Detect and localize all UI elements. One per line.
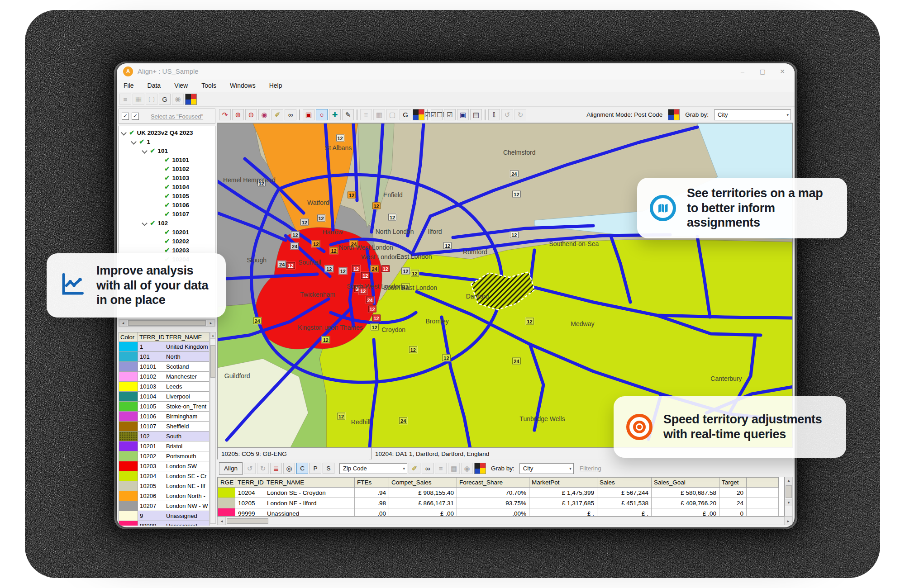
geocode-icon[interactable]: G [400, 109, 411, 120]
col-rge[interactable]: RGE [218, 478, 235, 488]
save-icon[interactable]: ▣ [457, 109, 469, 120]
grab-icon[interactable]: ✚ [329, 109, 341, 120]
legend-row[interactable]: 10103 Leeds [119, 382, 210, 392]
table-vertical-scrollbar[interactable]: ▴ ▾ [785, 477, 793, 517]
col-sales-goal[interactable]: Sales_Goal [652, 478, 719, 488]
chevron-down-icon[interactable] [121, 130, 127, 136]
legend-row[interactable]: 101 North [119, 352, 210, 362]
tree-item[interactable]: ✔ 10102 [119, 164, 215, 173]
close-button[interactable]: ✕ [778, 68, 786, 75]
legend-color-swatch[interactable] [119, 352, 138, 362]
prospects-button[interactable]: P [310, 463, 321, 474]
tree-view-icon[interactable]: ≡ [119, 94, 131, 105]
menu-item[interactable]: Windows [223, 80, 262, 92]
find-icon[interactable]: ∞ [422, 463, 433, 474]
select-as-focused-link[interactable]: Select as "Focused" [142, 113, 212, 120]
tree-view-icon[interactable]: ≡ [360, 109, 372, 120]
territory-colors-icon[interactable] [185, 94, 197, 105]
sales-button[interactable]: S [323, 463, 334, 474]
legend-color-swatch[interactable] [119, 392, 138, 402]
menu-item[interactable]: View [167, 80, 195, 92]
legend-color-swatch[interactable] [119, 432, 138, 441]
legend-color-swatch[interactable] [119, 511, 138, 521]
zip-code-select[interactable]: Zip Code ▾ [339, 463, 407, 474]
table-row[interactable]: 10205 London NE - Ilford .98 £ 866,147.3… [218, 498, 779, 508]
single-check-icon[interactable]: ☑ [444, 109, 456, 120]
report-view-icon[interactable]: ▦ [448, 463, 460, 474]
print-icon[interactable]: ▤ [470, 109, 482, 120]
minimize-button[interactable]: – [738, 68, 747, 75]
undo-icon[interactable]: ↺ [244, 463, 256, 474]
grab-by-select[interactable]: City ▾ [714, 109, 791, 120]
zoom-area-icon[interactable]: ◉ [258, 109, 270, 120]
maximize-button[interactable]: ▢ [758, 68, 767, 75]
col-compet-sales[interactable]: Compet_Sales [389, 478, 457, 488]
legend-row[interactable]: 10107 Sheffield [119, 422, 210, 432]
legend-row[interactable]: 10102 Manchester [119, 372, 210, 382]
chevron-down-icon[interactable] [142, 148, 148, 154]
select-children-checkbox[interactable]: ✓ [132, 113, 139, 120]
tree-item[interactable]: ✔ 10103 [119, 173, 215, 182]
scrollbar-thumb[interactable] [128, 320, 206, 326]
tree-item[interactable]: ✔ 1 [119, 137, 215, 146]
report-view-icon[interactable]: ▦ [373, 109, 385, 120]
zoom-out-icon[interactable]: ⊖ [245, 109, 257, 120]
legend-header-color[interactable]: Color [119, 332, 138, 342]
scroll-left-icon[interactable]: ◂ [119, 320, 127, 326]
legend-row[interactable]: 1 United Kingdom [119, 342, 210, 352]
query-list-icon[interactable]: ≣ [270, 463, 282, 474]
legend-header-terrid[interactable]: TERR_ID [138, 332, 164, 342]
legend-color-swatch[interactable] [119, 412, 138, 422]
report-view-icon[interactable]: ▦ [133, 94, 144, 105]
scrollbar-thumb[interactable] [210, 345, 215, 378]
globe-icon[interactable]: ◉ [461, 463, 473, 474]
legend-row[interactable]: 10104 Liverpool [119, 392, 210, 402]
legend-color-swatch[interactable] [119, 521, 138, 526]
legend-color-swatch[interactable] [119, 372, 138, 382]
scrollbar-thumb[interactable] [227, 518, 268, 524]
col-ftes[interactable]: FTEs [355, 478, 389, 488]
legend-row[interactable]: 10205 London NE - Ilf [119, 481, 210, 491]
legend-color-swatch[interactable] [119, 501, 138, 511]
menu-item[interactable]: File [117, 80, 141, 92]
col-forecast-share[interactable]: Forecast_Share [457, 478, 529, 488]
tree-item[interactable]: ✔ 102 [119, 218, 215, 228]
multi-check-icon[interactable]: ☑☑☐☐ [431, 109, 443, 120]
legend-row[interactable]: 102 South [119, 432, 210, 441]
redo-icon[interactable]: ↻ [257, 463, 269, 474]
territory-colors-icon[interactable] [474, 463, 486, 474]
col-target[interactable]: Target [719, 478, 747, 488]
marquee-select-icon[interactable]: ▣ [303, 109, 314, 120]
legend-color-swatch[interactable] [119, 491, 138, 501]
legend-row[interactable]: 10207 London NW - W [119, 501, 210, 511]
legend-color-swatch[interactable] [119, 342, 138, 352]
territory-colors-icon[interactable] [668, 109, 680, 120]
filtering-link[interactable]: Filtering [580, 465, 601, 472]
legend-color-swatch[interactable] [119, 362, 138, 372]
table-horizontal-scrollbar[interactable]: ◂ ▸ [217, 517, 793, 525]
legend-row[interactable]: 10201 Bristol [119, 441, 210, 451]
chevron-down-icon[interactable] [131, 139, 137, 145]
col-marketpot[interactable]: MarketPot [529, 478, 597, 488]
legend-row[interactable]: 10206 London North - [119, 491, 210, 501]
legend-color-swatch[interactable] [119, 471, 138, 481]
legend-row[interactable]: 99999 Unassigned [119, 521, 210, 526]
zoom-in-icon[interactable]: ⊕ [232, 109, 244, 120]
grab-by-select[interactable]: City ▾ [519, 463, 574, 474]
legend-color-swatch[interactable] [119, 402, 138, 412]
legend-color-swatch[interactable] [119, 481, 138, 491]
legend-vertical-scrollbar[interactable]: ▴ [210, 332, 216, 524]
legend-row[interactable]: 10101 Scotland [119, 362, 210, 372]
globe-icon[interactable]: ◉ [172, 94, 184, 105]
scroll-right-icon[interactable]: ▸ [207, 320, 215, 326]
scroll-up-icon[interactable]: ▴ [785, 477, 792, 484]
tree-horizontal-scrollbar[interactable]: ◂ ▸ [119, 319, 215, 327]
col-terr-name[interactable]: TERR_NAME [264, 478, 355, 488]
tree-item[interactable]: ✔ 101 [119, 146, 215, 155]
menu-item[interactable]: Help [262, 80, 289, 92]
redo-icon[interactable]: ↻ [514, 109, 526, 120]
tree-item[interactable]: ✔ 10106 [119, 200, 215, 209]
scroll-down-icon[interactable]: ▾ [785, 499, 792, 506]
tree-item[interactable]: ✔ 10101 [119, 155, 215, 164]
undo-icon[interactable]: ↺ [501, 109, 513, 120]
